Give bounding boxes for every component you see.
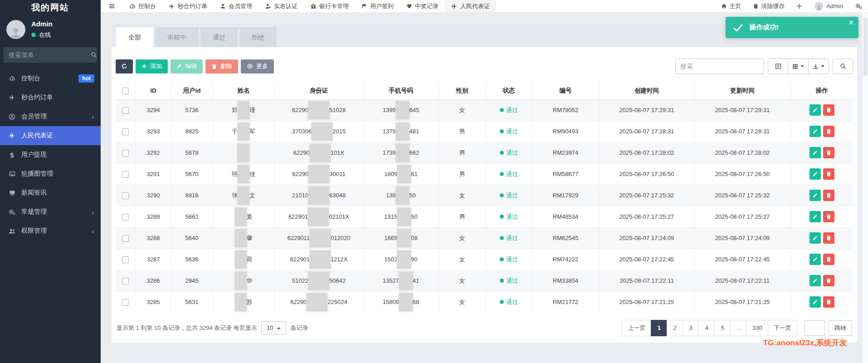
scrollbar-thumb[interactable] <box>863 17 868 76</box>
select-all-checkbox[interactable] <box>122 88 129 94</box>
next-page-button[interactable]: 下一页 <box>768 320 797 336</box>
page-button-...[interactable]: ... <box>730 320 747 336</box>
row-checkbox[interactable] <box>122 256 129 263</box>
delete-row-button[interactable] <box>823 126 834 137</box>
page-button-3[interactable]: 3 <box>683 320 699 336</box>
scrollbar[interactable] <box>862 13 868 363</box>
topnav-item-秒合约订单[interactable]: 秒合约订单 <box>162 0 214 12</box>
tab-全部[interactable]: 全部 <box>116 27 153 47</box>
admin-menu[interactable]: Admin <box>808 2 849 10</box>
delete-row-button[interactable] <box>823 211 834 222</box>
sidebar-item-新闻资讯[interactable]: 新闻资讯 <box>0 183 101 202</box>
status-label: 通过 <box>506 191 518 200</box>
cell-user-id: 8925 <box>171 121 213 142</box>
page-size-select[interactable]: 10 <box>261 321 286 335</box>
topnav-item-中奖记录[interactable]: 中奖记录 <box>400 0 445 12</box>
sidebar-item-会员管理[interactable]: 会员管理‹ <box>0 107 101 126</box>
sidebar-search-input[interactable] <box>9 51 91 59</box>
tab-审核中[interactable]: 审核中 <box>155 27 199 47</box>
edit-row-button[interactable] <box>809 296 821 308</box>
row-checkbox[interactable] <box>122 214 129 221</box>
topnav-item-label: 秒合约订单 <box>178 2 207 10</box>
page-button-330[interactable]: 330 <box>746 320 768 336</box>
sidebar-item-权限管理[interactable]: 权限管理‹ <box>0 221 101 240</box>
sidebar-item-人民代表证[interactable]: 人民代表证 <box>0 126 101 145</box>
sidebar-item-控制台[interactable]: 控制台hot <box>0 69 101 88</box>
row-checkbox[interactable] <box>122 128 129 135</box>
topnav-item-银行卡管理[interactable]: 银行卡管理 <box>304 0 355 12</box>
row-checkbox[interactable] <box>122 299 129 306</box>
row-checkbox[interactable] <box>122 107 129 114</box>
delete-row-button[interactable] <box>823 104 834 116</box>
row-checkbox[interactable] <box>122 235 129 242</box>
tab-通过[interactable]: 通过 <box>200 27 238 47</box>
jump-page-input[interactable] <box>804 320 825 336</box>
delete-row-button[interactable] <box>823 190 834 201</box>
menu-toggle-button[interactable] <box>101 0 123 12</box>
delete-row-button[interactable] <box>823 254 834 265</box>
delete-row-button[interactable] <box>823 275 834 286</box>
columns-button[interactable] <box>788 59 809 74</box>
page-button-4[interactable]: 4 <box>698 320 715 336</box>
home-button[interactable]: 主页 <box>715 2 747 10</box>
sidebar-item-常规管理[interactable]: 常规管理‹ <box>0 202 101 221</box>
row-checkbox[interactable] <box>122 192 129 199</box>
page-button-5[interactable]: 5 <box>714 320 731 336</box>
delete-row-button[interactable] <box>823 296 834 308</box>
edit-row-button[interactable] <box>809 254 821 265</box>
fullscreen-button[interactable] <box>790 3 808 9</box>
delete-row-button[interactable] <box>823 168 834 180</box>
add-button[interactable]: 添加 <box>136 59 168 74</box>
pencil-icon <box>812 257 818 262</box>
row-checkbox[interactable] <box>122 171 129 178</box>
edit-row-button[interactable] <box>809 211 821 222</box>
edit-row-button[interactable] <box>809 232 821 244</box>
cell-updated: 2025-08-07 17:25:32 <box>694 185 790 206</box>
table-search-input[interactable] <box>675 59 764 74</box>
edit-row-button[interactable] <box>809 190 821 201</box>
export-button[interactable] <box>808 59 829 74</box>
topnav-item-用户签到[interactable]: 用户签到 <box>355 0 400 12</box>
plane-icon <box>169 3 175 10</box>
redacted-name <box>235 229 247 247</box>
row-checkbox[interactable] <box>122 278 129 285</box>
detail-view-button[interactable] <box>768 59 788 74</box>
edit-row-button[interactable] <box>809 168 821 180</box>
cell-gender: 女 <box>439 249 486 270</box>
topnav-item-控制台[interactable]: 控制台 <box>123 0 162 12</box>
jump-button[interactable]: 跳转 <box>829 320 852 336</box>
edit-row-button[interactable] <box>809 104 821 116</box>
topnav-item-人民代表证[interactable]: 人民代表证 <box>445 0 496 12</box>
more-button[interactable]: 更多 <box>241 59 274 74</box>
delete-button[interactable]: 删除 <box>205 59 238 74</box>
cell-name <box>213 142 274 163</box>
tab-拒绝[interactable]: 拒绝 <box>239 27 277 47</box>
edit-row-button[interactable] <box>809 275 821 286</box>
clear-cache-button[interactable]: 清除缓存 <box>747 2 790 10</box>
page-button-2[interactable]: 2 <box>667 320 683 336</box>
delete-row-button[interactable] <box>823 147 834 158</box>
edit-button[interactable]: 编辑 <box>171 59 203 74</box>
row-checkbox[interactable] <box>122 150 129 157</box>
sidebar: 我的网站 Admin 在线 控制台hot秒合约订单会员管理‹人民代表证$用户提现… <box>0 0 101 363</box>
avatar[interactable] <box>6 20 25 39</box>
sidebar-item-秒合约订单[interactable]: 秒合约订单 <box>0 88 101 107</box>
sidebar-item-用户提现[interactable]: $用户提现 <box>0 145 101 164</box>
topnav-item-实名认证[interactable]: 实名认证 <box>258 0 304 12</box>
redacted-phone <box>396 186 410 205</box>
sidebar-item-轮播图管理[interactable]: 轮播图管理 <box>0 164 101 183</box>
search-submit-button[interactable] <box>833 59 853 74</box>
page-button-1[interactable]: 1 <box>651 320 667 336</box>
edit-row-button[interactable] <box>809 126 821 137</box>
cell-name: 明佳 <box>213 163 274 185</box>
redacted-phone <box>396 101 410 119</box>
settings-button[interactable] <box>849 3 868 10</box>
hot-badge: hot <box>78 74 94 83</box>
cell-idcard: 5102250642 <box>274 270 363 291</box>
delete-row-button[interactable] <box>823 232 834 244</box>
refresh-button[interactable] <box>116 59 133 74</box>
prev-page-button[interactable]: 上一页 <box>622 320 651 336</box>
edit-row-button[interactable] <box>809 147 821 158</box>
toast-close-button[interactable]: ✕ <box>848 19 854 26</box>
topnav-item-会员管理[interactable]: 会员管理 <box>214 0 258 12</box>
